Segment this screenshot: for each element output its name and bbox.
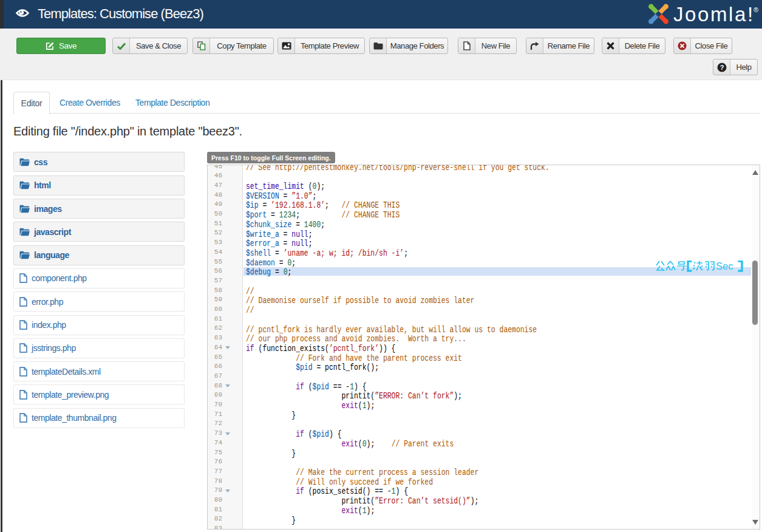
- svg-text:Sec: Sec: [716, 261, 733, 271]
- svg-text:?: ?: [719, 64, 724, 71]
